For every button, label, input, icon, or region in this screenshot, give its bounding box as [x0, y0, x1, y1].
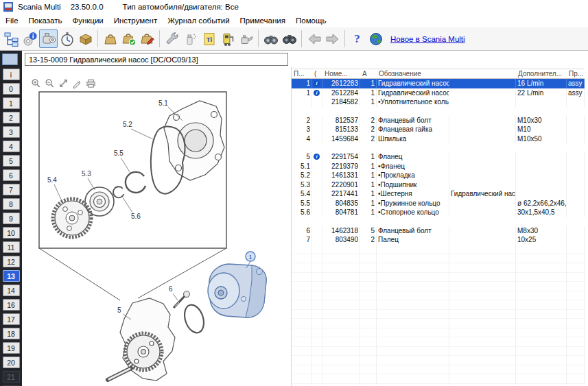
scania-multi-window: Scania Multi 23.50.0.0 Тип автомобиля/дв… — [0, 0, 588, 386]
component-icon[interactable] — [39, 29, 58, 48]
column-header-1: ( — [312, 70, 322, 77]
table-row[interactable]: 5.68047811•Стопорное кольцо30x1,5x40,5 — [292, 208, 585, 217]
menu-item-1[interactable]: Показать — [29, 16, 62, 25]
table-row[interactable]: 5.58048351•Пружинное кольцоø 62,2x66,2x4… — [292, 199, 585, 208]
table-filler — [292, 245, 585, 385]
basket-edit-icon[interactable] — [138, 29, 156, 48]
svg-text:5.4: 5.4 — [47, 176, 57, 184]
parts-info-icon[interactable] — [21, 29, 39, 48]
section-number-list: i012345678910111213141617181920212243 — [0, 69, 22, 386]
help-icon[interactable]: ? — [348, 29, 366, 48]
spray-gun-icon[interactable] — [181, 29, 200, 48]
package-icon[interactable] — [76, 29, 95, 48]
stopwatch-icon[interactable] — [58, 29, 76, 48]
diagram-part-oring — [181, 302, 207, 335]
section-button-17[interactable]: 17 — [3, 313, 20, 325]
ti-document-icon[interactable]: Ti — [200, 29, 218, 48]
column-header-0: П... — [292, 70, 312, 77]
column-header-3: А — [360, 70, 377, 77]
svg-text:5.5: 5.5 — [114, 149, 124, 157]
oil-can-icon[interactable] — [237, 29, 255, 48]
drawing-panel: 5.1 5.2 5.5 5.3 5.4 5.6 5 — [23, 67, 291, 386]
section-button-13[interactable]: 13 — [3, 270, 20, 282]
column-header-2: Номе... — [322, 70, 360, 77]
app-icon — [3, 2, 13, 12]
table-row[interactable]: 5.214613311•Прокладка — [292, 171, 585, 180]
info-icon[interactable]: i — [314, 154, 320, 160]
table-row[interactable]: 5.122193791•Фланец — [292, 162, 585, 171]
whats-new-link[interactable]: Новое в Scania Multi — [390, 35, 465, 43]
table-row[interactable]: 5.422174411•ШестерняГидравлический насос — [292, 189, 585, 199]
basket-check-icon[interactable] — [119, 29, 138, 48]
section-button-16[interactable]: 16 — [3, 299, 20, 311]
fit-view-icon[interactable] — [58, 77, 69, 89]
title-bar: Scania Multi 23.50.0.0 Тип автомобиля/дв… — [0, 0, 588, 14]
zoom-out-icon[interactable] — [44, 77, 56, 89]
table-row[interactable]: 1i26122831Гидравлический насос16 L/minas… — [292, 79, 585, 88]
section-button-12[interactable]: 12 — [3, 256, 20, 267]
toolbar-separator — [159, 30, 160, 47]
service-unit-icon[interactable] — [218, 29, 237, 48]
table-spacer-row — [292, 107, 585, 116]
section-button-i[interactable]: i — [3, 69, 20, 80]
table-row[interactable]: 28125372Фланцевый болтM10x30 — [292, 116, 585, 125]
toolbar-separator — [258, 30, 259, 47]
table-row[interactable]: 414596842ШпилькаM10x50 — [292, 134, 585, 144]
menu-item-2[interactable]: Функции — [72, 16, 103, 25]
binoculars-dark-icon[interactable] — [280, 29, 298, 48]
section-button-1[interactable]: 1 — [3, 97, 20, 109]
menu-item-5[interactable]: Примечания — [240, 16, 285, 25]
section-button-5[interactable]: 5 — [3, 155, 20, 167]
table-row[interactable]: 1i26122841Гидравлический насос22 L/minas… — [292, 88, 585, 98]
section-button-6[interactable]: 6 — [3, 169, 20, 181]
section-button-7[interactable]: 7 — [3, 184, 20, 195]
menu-item-3[interactable]: Инструмент — [114, 16, 157, 25]
svg-text:6: 6 — [169, 285, 173, 293]
forward-arrow-icon[interactable] — [323, 29, 342, 48]
tree-icon[interactable] — [2, 29, 21, 48]
svg-text:5.2: 5.2 — [123, 121, 132, 128]
column-header-7: Пр... — [567, 70, 585, 77]
section-button-10[interactable]: 10 — [3, 227, 20, 239]
column-header-4: Обозначение — [377, 70, 449, 77]
table-row[interactable]: 5i22917541Фланец — [292, 152, 585, 162]
highlight-icon[interactable] — [71, 77, 83, 89]
section-button-14[interactable]: 14 — [3, 285, 20, 296]
svg-text:5: 5 — [117, 306, 121, 314]
section-button-11[interactable]: 11 — [3, 241, 20, 253]
section-button-19[interactable]: 19 — [3, 342, 20, 354]
section-button-3[interactable]: 3 — [3, 126, 20, 138]
sidebar-top-button[interactable] — [2, 53, 18, 65]
svg-text:Ti: Ti — [206, 35, 211, 43]
table-spacer-row — [292, 143, 585, 152]
menu-item-6[interactable]: Помощь — [296, 16, 326, 25]
table-row[interactable]: 614623185Фланцевый болтM8x30 — [292, 226, 585, 236]
parts-table: П...(Номе...АОбозначениеДополнител...Пр.… — [292, 69, 588, 386]
table-row[interactable]: 5.322209011•Подшипник — [292, 180, 585, 190]
section-button-0[interactable]: 0 — [3, 83, 20, 95]
section-button-20[interactable]: 20 — [3, 357, 20, 368]
section-button-4[interactable]: 4 — [3, 141, 20, 152]
toolbar-separator — [97, 30, 98, 47]
binoculars-icon[interactable] — [261, 29, 280, 48]
wrench-icon[interactable] — [163, 29, 181, 48]
menu-item-0[interactable]: File — [5, 16, 19, 25]
svg-text:1: 1 — [248, 254, 252, 261]
zoom-in-icon[interactable] — [30, 77, 42, 89]
table-row[interactable]: 21845821•Уплотнительное кольцо — [292, 97, 585, 107]
table-row[interactable]: 78034902Палец10x25 — [292, 235, 585, 245]
print-icon[interactable] — [85, 77, 97, 89]
section-button-18[interactable]: 18 — [3, 328, 20, 339]
globe-icon[interactable] — [366, 29, 385, 48]
menu-item-4[interactable]: Журнал событий — [167, 16, 229, 25]
section-button-8[interactable]: 8 — [3, 198, 20, 210]
info-icon[interactable]: i — [314, 90, 320, 96]
app-version: 23.50.0.0 — [71, 3, 104, 11]
info-icon[interactable]: i — [314, 80, 320, 86]
section-button-2[interactable]: 2 — [3, 112, 20, 123]
table-row[interactable]: 38151332Фланцевая гайкаM10 — [292, 125, 585, 134]
basket-icon[interactable] — [101, 29, 119, 48]
diagram-part-1-pump[interactable] — [208, 264, 266, 317]
section-button-9[interactable]: 9 — [3, 213, 20, 224]
back-arrow-icon[interactable] — [305, 29, 323, 48]
